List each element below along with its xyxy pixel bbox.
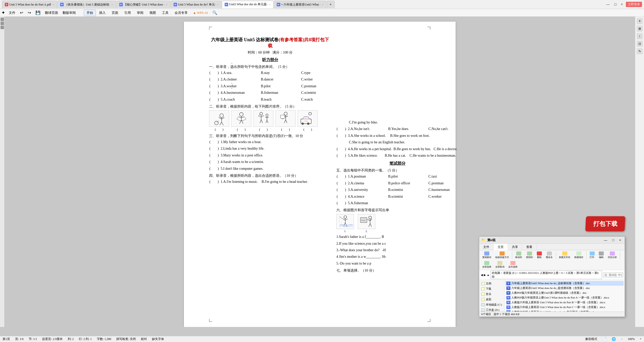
fe-forward-btn[interactable]: ▶	[484, 273, 486, 277]
svg-line-3	[221, 117, 224, 119]
fe-btn-move[interactable]: 移动到	[514, 251, 524, 260]
login-button[interactable]: 立即登录	[626, 2, 642, 7]
minimize-btn[interactable]: —	[605, 2, 611, 7]
menu-edit-undo[interactable]: ↩	[18, 10, 25, 16]
left-tool-3[interactable]	[1, 26, 4, 29]
tab-close-6[interactable]: ×	[322, 3, 323, 6]
fe-btn-newitem[interactable]: 新建项目	[573, 251, 585, 260]
fe-btn-paste[interactable]: 粘贴快捷方式	[494, 251, 510, 260]
tab-pdf[interactable]: P Unit 5 What does he do Part A.pdf ×	[2, 1, 57, 8]
tab-view[interactable]: 视图	[147, 10, 159, 16]
fe-file-4[interactable]: W 人教PEP版六年级英语上册Unit 5 What does he do Pa…	[505, 295, 624, 300]
fe-sidebar-documents[interactable]: 文档	[479, 281, 504, 286]
fe-maximize[interactable]: □	[611, 238, 616, 243]
rt-tool-1[interactable]: ⌖	[637, 18, 643, 24]
wps-logo: ✦	[2, 10, 5, 15]
left-tool-1[interactable]	[1, 18, 4, 21]
fe-file-7[interactable]: W 人教版六年级上册英语 Unit 5 What does he do 单元测试…	[505, 310, 624, 312]
tab-doc2[interactable]: W 【核心突破】Unit 5 What does · ×	[116, 1, 170, 8]
fe-btn-selectnone[interactable]: 全部取消	[494, 261, 506, 269]
fe-file-1[interactable]: W 六年级上册英语Unit5 What does he do_达标测试卷（含答案…	[505, 281, 624, 286]
fe-file-6[interactable]: W 人教版六年级上册英语 Unit 5 What does he do Part…	[505, 305, 624, 310]
fe-btn-open[interactable]: 打开·	[588, 251, 596, 260]
tab-page[interactable]: 页面	[109, 10, 121, 16]
fe-btn-history[interactable]: 历史记录	[606, 251, 618, 260]
status-words: 字数: 1,580	[97, 337, 111, 341]
document-page: 六年级上册英语 Unit5 达标测试卷(有参考答案)共8项打包下载 时间：60 …	[184, 22, 456, 327]
fe-toolbar-sep2	[556, 251, 556, 259]
fe-folder-icon: 📁	[481, 238, 485, 242]
fe-sidebar-driveC[interactable]: 本地磁盘 (C:)	[479, 302, 504, 307]
restore-btn[interactable]: □	[613, 2, 618, 7]
rt-tool-5[interactable]: ✎	[637, 48, 643, 54]
new-tab-button[interactable]: +	[327, 1, 335, 8]
tab-insert[interactable]: 插入	[96, 10, 108, 16]
fe-up-btn[interactable]: ▲	[487, 273, 490, 276]
rt-tool-2[interactable]: ⊞	[637, 26, 643, 32]
fe-tab-home[interactable]: 主页	[494, 244, 508, 250]
zoom-in-btn[interactable]: +	[640, 337, 641, 341]
tab-doc5[interactable]: W × 六年级上册英语Unit5 What · ×	[274, 1, 326, 8]
q1-2: ( ) 2.A.cleaner B.dancer C.writer	[209, 77, 331, 82]
tab-doc4-active[interactable]: W Unit5 What doe she do 单元题· ×	[222, 1, 273, 8]
fe-btn-copy2[interactable]: 复制到	[525, 251, 534, 260]
zoom-out-btn[interactable]: −	[621, 337, 623, 341]
fe-back-btn[interactable]: ◀	[481, 273, 483, 277]
fe-btn-selectinvert[interactable]: 反向选择	[507, 261, 519, 269]
view-btn-web[interactable]: 🌐	[612, 337, 616, 341]
tab-doc3[interactable]: W Unit 5 What does he do? 单元· ×	[171, 1, 221, 8]
tab-close-1[interactable]: ×	[53, 3, 54, 6]
fe-close[interactable]: ×	[618, 238, 623, 243]
q1-5: ( ) 5.A.coach B.teach C.watch	[209, 97, 331, 102]
search-btn[interactable]: 🔍	[210, 10, 219, 16]
tab-doc1[interactable]: W （快乐暑假练）Unit 5 基础达标练· ×	[57, 1, 116, 8]
fe-search-input[interactable]	[603, 273, 623, 277]
fe-tab-view[interactable]: 查看	[522, 244, 537, 250]
tab-close-5[interactable]: ×	[269, 3, 270, 6]
rt-tool-4[interactable]: ⊡	[637, 41, 643, 47]
fe-minimize[interactable]: —	[602, 238, 609, 243]
close-btn[interactable]: ×	[619, 2, 624, 7]
fe-btn-delete[interactable]: 删除	[535, 251, 543, 260]
fe-file-5[interactable]: W 人教版六年级上册英语 Unit 5 What does he do Part…	[505, 300, 624, 305]
menu-file[interactable]: 文件	[7, 10, 17, 16]
svg-point-29	[284, 112, 287, 115]
menu-bar: ✦ 文件 ↩ ↪ 💾 翻译页面 翻版审阅 开始 插入 页面 引用 审阅 视图 工…	[0, 9, 644, 17]
tab-review[interactable]: 审阅	[134, 10, 146, 16]
pdf-icon: P	[5, 3, 8, 6]
q5-1: ( ) 1.A.postman B.pilot C.taxi	[336, 174, 459, 179]
tab-start[interactable]: 开始	[84, 10, 96, 16]
left-tool-2[interactable]	[1, 22, 4, 25]
tab-close-4[interactable]: ×	[217, 3, 219, 6]
view-btn-print[interactable]: 📄	[602, 337, 607, 341]
tab-tools[interactable]: 工具	[159, 10, 171, 16]
fe-btn-rename[interactable]: 重命名	[544, 251, 554, 260]
wps-ai-btn[interactable]: ▲ WPS AI	[191, 10, 210, 15]
fe-btn-edit[interactable]: 编辑	[597, 251, 605, 260]
svg-line-33	[284, 120, 286, 123]
tab-close-2[interactable]: ×	[111, 3, 113, 6]
fe-sidebar-music[interactable]: 音乐	[479, 291, 504, 297]
tab-reference[interactable]: 引用	[122, 10, 134, 16]
fe-sidebar-driveD[interactable]: 工作盘 (D:)	[479, 307, 504, 312]
fe-btn-copy[interactable]: 复制路径	[481, 251, 493, 260]
svg-rect-28	[259, 115, 261, 117]
fe-tab-file[interactable]: 文件	[479, 244, 494, 250]
rt-tool-3[interactable]: ↕	[637, 33, 643, 39]
menu-redo[interactable]: ↪	[26, 10, 33, 16]
menu-translate[interactable]: 翻译页面	[43, 10, 60, 16]
fe-file-3[interactable]: W 人教PEP版六年级英语上册Unit5第1课时基础练（含答案）.doc	[505, 290, 624, 295]
fe-sidebar-desktop[interactable]: 桌面	[479, 297, 504, 302]
menu-review[interactable]: 翻版审阅	[61, 10, 78, 16]
download-button[interactable]: 打包下载	[585, 216, 625, 231]
tab-vip[interactable]: 会员专享	[172, 10, 190, 16]
fe-sidebar-downloads[interactable]: 下载	[479, 286, 504, 291]
tab-close-3[interactable]: ×	[166, 3, 168, 6]
fe-tab-share[interactable]: 共享	[508, 244, 522, 250]
fe-path-input[interactable]: 此电脑 > 老硬盘 (E:) > 0.0001-20231021-人教版PEP上…	[491, 271, 602, 279]
menu-save[interactable]: 💾	[33, 10, 43, 16]
fe-btn-newfolder[interactable]: 新建文件夹	[557, 251, 572, 260]
fe-file-2[interactable]: W 六年级上册英语Unit5 What does he do_提优测试卷（含答案…	[505, 286, 624, 290]
drag-handle[interactable]	[231, 61, 233, 91]
fe-btn-selectall[interactable]: 全部选择	[481, 261, 493, 269]
